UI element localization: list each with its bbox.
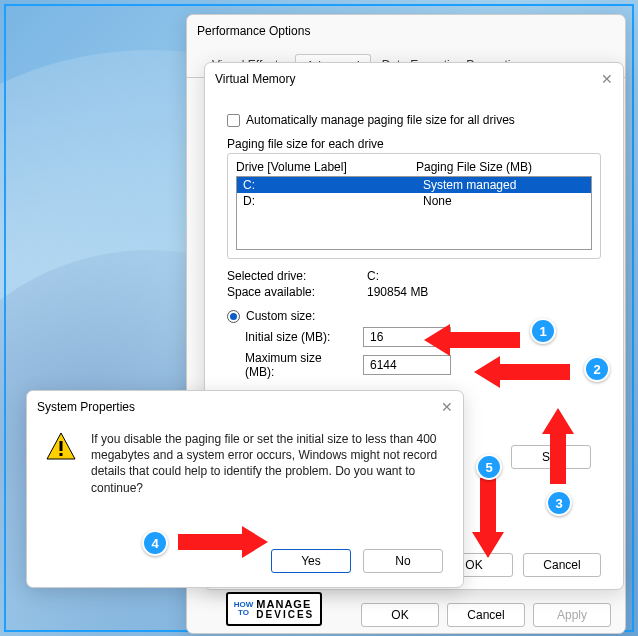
selected-drive-label: Selected drive:	[227, 269, 367, 283]
drive-row[interactable]: D: None	[237, 193, 591, 209]
window-title: Performance Options	[197, 24, 310, 38]
col-size: Paging File Size (MB)	[416, 160, 532, 174]
group-label: Paging file size for each drive	[227, 137, 601, 151]
drive-row[interactable]: C: System managed	[237, 177, 591, 193]
svg-marker-6	[178, 526, 268, 558]
maximum-size-label: Maximum size (MB):	[227, 351, 353, 379]
badge-5: 5	[476, 454, 502, 480]
svg-rect-2	[60, 453, 63, 456]
badge-2: 2	[584, 356, 610, 382]
close-icon[interactable]: ✕	[441, 399, 453, 415]
window-title: Virtual Memory	[215, 72, 295, 86]
titlebar: Virtual Memory ✕	[205, 63, 623, 95]
apply-button[interactable]: Apply	[533, 603, 611, 627]
dialog-title: System Properties	[37, 400, 135, 414]
auto-manage-checkbox[interactable]	[227, 114, 240, 127]
yes-button[interactable]: Yes	[271, 549, 351, 573]
cancel-button[interactable]: Cancel	[447, 603, 525, 627]
cancel-button[interactable]: Cancel	[523, 553, 601, 577]
badge-4: 4	[142, 530, 168, 556]
arrow-3	[538, 408, 578, 488]
custom-size-label: Custom size:	[246, 309, 315, 323]
titlebar: Performance Options	[187, 15, 625, 47]
dialog-message: If you disable the paging file or set th…	[91, 431, 445, 496]
space-available-label: Space available:	[227, 285, 367, 299]
svg-marker-7	[472, 478, 504, 558]
selected-drive-value: C:	[367, 269, 379, 283]
ok-button[interactable]: OK	[361, 603, 439, 627]
custom-size-radio[interactable]	[227, 310, 240, 323]
svg-rect-1	[60, 441, 63, 451]
arrow-5	[468, 478, 508, 558]
watermark-logo: HOW TO MANAGE DEVICES	[226, 592, 322, 626]
badge-1: 1	[530, 318, 556, 344]
close-icon[interactable]: ✕	[601, 71, 613, 87]
svg-marker-5	[542, 408, 574, 484]
col-drive: Drive [Volume Label]	[236, 160, 416, 174]
arrow-4	[178, 522, 268, 562]
initial-size-label: Initial size (MB):	[227, 330, 353, 344]
titlebar: System Properties ✕	[27, 391, 463, 423]
warning-icon	[45, 431, 77, 496]
drive-list[interactable]: C: System managed D: None	[236, 176, 592, 250]
no-button[interactable]: No	[363, 549, 443, 573]
auto-manage-label: Automatically manage paging file size fo…	[246, 113, 515, 127]
arrow-2	[474, 352, 574, 392]
badge-3: 3	[546, 490, 572, 516]
space-available-value: 190854 MB	[367, 285, 428, 299]
svg-marker-4	[474, 356, 570, 388]
